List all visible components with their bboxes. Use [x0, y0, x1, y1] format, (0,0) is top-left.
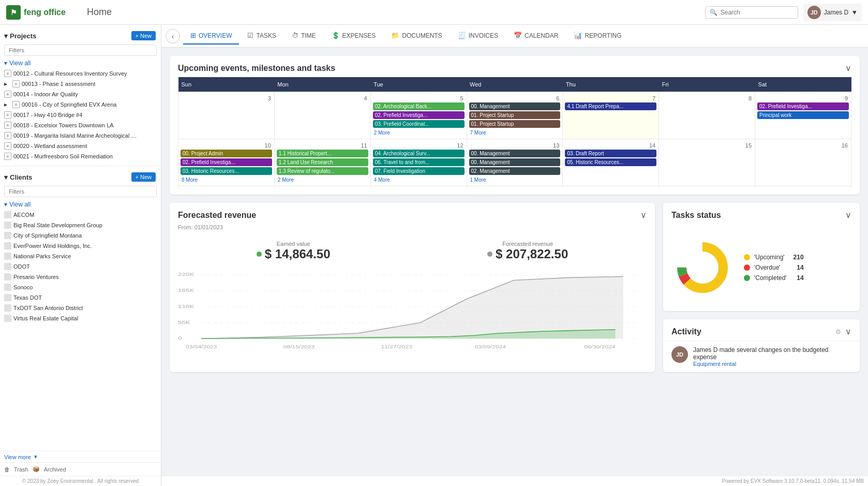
sidebar-item[interactable]: ▸ ≡ 00013 - Phase 1 assessment — [0, 79, 161, 89]
sidebar-item[interactable]: ≡ 00012 - Cultural Resources Inventory S… — [0, 68, 161, 79]
legend: 'Upcoming' 210 'Overdue' 14 — [744, 254, 804, 282]
archived-label[interactable]: Archived — [44, 466, 66, 473]
sidebar-item[interactable]: Sonoco — [0, 282, 161, 292]
tab-expenses[interactable]: 💲 EXPENSES — [324, 27, 383, 45]
calendar-event[interactable]: 05. Historic Resources... — [565, 158, 656, 166]
calendar-event[interactable]: 1.2 Land Use Research — [277, 158, 368, 166]
archived-icon: 📦 — [33, 466, 40, 473]
calendar-event[interactable]: 02. Prefield Investiga... — [373, 111, 465, 119]
calendar-cell: 14 03. Draft Report 05. Historic Resourc… — [563, 139, 659, 186]
calendar-more[interactable]: 2 More — [373, 129, 465, 137]
calendar-event[interactable]: 03. Historic Resources... — [181, 167, 272, 175]
sidebar-item[interactable]: Virtus Real Estate Capital — [0, 313, 161, 323]
calendar-event[interactable]: 01. Project Startup — [469, 111, 561, 119]
dropdown-icon: ▾ — [34, 453, 37, 460]
activity-text: James D made several changes on the budg… — [693, 346, 851, 361]
tab-overview[interactable]: ⊞ OVERVIEW — [183, 27, 239, 45]
sidebar-item[interactable]: City of Springfield Montana — [0, 230, 161, 241]
projects-collapse-icon: ▾ — [4, 32, 8, 40]
calendar-event[interactable]: 00. Project Admin — [181, 150, 272, 157]
sidebar-item[interactable]: ODOT — [0, 261, 161, 272]
topbar: ⚑ feng office Home 🔍 JD James D ▼ — [0, 0, 868, 25]
sidebar-item[interactable]: ≡ 00014 - Indoor Air Quality — [0, 89, 161, 99]
calendar-event[interactable]: 07. Field Investigation — [373, 167, 465, 175]
activity-collapse-icon[interactable]: ∨ — [845, 327, 851, 336]
overview-icon: ⊞ — [190, 32, 196, 39]
clients-filter[interactable] — [4, 186, 157, 197]
projects-title[interactable]: ▾ Projects — [4, 32, 36, 40]
calendar-event[interactable]: 04. Archeological Surv... — [373, 150, 465, 157]
tab-time[interactable]: ⏱ TIME — [285, 27, 323, 45]
search-input[interactable] — [721, 9, 788, 16]
calendar-collapse-icon[interactable]: ∨ — [845, 63, 851, 73]
projects-filter[interactable] — [4, 45, 157, 56]
sidebar-item[interactable]: Texas DOT — [0, 292, 161, 303]
sidebar-item[interactable]: ≡ 00018 - Excelsior Towers Downtown LA — [0, 120, 161, 130]
tab-invoices[interactable]: 🧾 INVOICES — [451, 27, 505, 45]
revenue-collapse-icon[interactable]: ∨ — [640, 210, 647, 220]
client-icon — [4, 222, 11, 229]
sidebar-item[interactable]: Presario Ventures — [0, 272, 161, 282]
sidebar-item[interactable]: ≡ 00019 - Margarita Island Marine Archeo… — [0, 130, 161, 141]
sidebar-item[interactable]: ▸ ≡ 00016 - City of Springfield EVX Aren… — [0, 99, 161, 110]
sidebar-item[interactable]: ≡ 00017 - Hwy 410 Bridge #4 — [0, 110, 161, 120]
calendar-header: Upcoming events, milestones and tasks ∨ — [170, 56, 860, 77]
projects-view-all[interactable]: ▾ View all — [0, 58, 161, 68]
svg-point-18 — [688, 253, 717, 282]
activity-settings-icon[interactable]: ⚙ — [835, 328, 841, 335]
view-more-button[interactable]: View more ▾ — [0, 451, 161, 462]
search-box[interactable]: 🔍 — [705, 6, 798, 19]
calendar-more[interactable]: 4 More — [373, 176, 465, 184]
day-header-fri: Fri — [659, 77, 755, 92]
trash-label[interactable]: Trash — [14, 466, 28, 473]
sidebar-bottom: View more ▾ 🗑 Trash 📦 Archived © 2023 by… — [0, 451, 161, 486]
sidebar-item[interactable]: EverPower Wind Holdings, Inc. — [0, 241, 161, 251]
calendar-event[interactable]: 02. Prefield Investiga... — [181, 158, 272, 166]
calendar-event[interactable]: 00. Management — [469, 150, 561, 157]
content-area: Upcoming events, milestones and tasks ∨ … — [161, 48, 868, 476]
activity-sub-link[interactable]: Equipment rental — [693, 361, 851, 367]
calendar-event[interactable]: 02. Archeological Back... — [373, 102, 465, 110]
calendar-event[interactable]: 1.1 Historical Propert... — [277, 150, 368, 157]
expand-icon: ▾ — [4, 201, 7, 208]
calendar-more[interactable]: 8 More — [181, 176, 272, 184]
project-icon: ≡ — [4, 153, 11, 160]
calendar-event[interactable]: 1.3 Review of regulato... — [277, 167, 368, 175]
calendar-event[interactable]: Principal work — [757, 111, 849, 119]
calendar-event[interactable]: 02. Management — [469, 167, 561, 175]
sidebar-item[interactable]: ≡ 00020 - Wetland assessment — [0, 141, 161, 151]
calendar-more[interactable]: 7 More — [469, 129, 561, 137]
revenue-stats: Earned value $ 14,864.50 Forecasted reve… — [170, 237, 655, 270]
calendar-event[interactable]: 4.1 Draft Report Prepa... — [565, 102, 656, 110]
tab-reporting[interactable]: 📊 REPORTING — [566, 27, 628, 45]
calendar-more[interactable]: 1 More — [469, 176, 561, 184]
clients-view-all[interactable]: ▾ View all — [0, 199, 161, 210]
calendar-event[interactable]: 06. Travel to and from... — [373, 158, 465, 166]
calendar-event[interactable]: 01. Project Startup — [469, 120, 561, 128]
projects-new-button[interactable]: + New — [131, 31, 156, 40]
tab-documents[interactable]: 📁 DOCUMENTS — [384, 27, 449, 45]
project-icon: ≡ — [4, 132, 11, 139]
revenue-widget: Forecasted revenue ∨ From: 01/01/2023 Ea… — [170, 203, 655, 372]
calendar-event[interactable]: 00. Management — [469, 102, 561, 110]
calendar-event[interactable]: 02. Prefield Investiga... — [757, 102, 849, 110]
client-icon — [4, 284, 11, 291]
sidebar-item[interactable]: TxDOT San Antonio District — [0, 303, 161, 313]
sidebar-collapse-button[interactable]: ‹ — [166, 29, 180, 43]
calendar-event[interactable]: 00. Management — [469, 158, 561, 166]
tab-tasks[interactable]: ☑ TASKS — [240, 27, 283, 45]
sidebar-item[interactable]: ≡ 00021 - Murfreesboro Soil Remediation — [0, 151, 161, 161]
sidebar-item[interactable]: National Parks Service — [0, 251, 161, 261]
calendar-event[interactable]: 03. Prefield Coordinat... — [373, 120, 465, 128]
forecast-dot — [487, 252, 492, 257]
clients-new-button[interactable]: + New — [131, 172, 156, 182]
tasks-collapse-icon[interactable]: ∨ — [845, 210, 851, 220]
calendar-more[interactable]: 2 More — [277, 176, 368, 184]
user-badge[interactable]: JD James D ▼ — [803, 4, 862, 21]
sidebar-item[interactable]: Big Real State Development Group — [0, 220, 161, 230]
tab-calendar[interactable]: 📅 CALENDAR — [506, 27, 565, 45]
logo[interactable]: ⚑ feng office — [6, 5, 79, 20]
sidebar-item[interactable]: AECOM — [0, 210, 161, 220]
clients-title[interactable]: ▾ Clients — [4, 173, 32, 181]
calendar-event[interactable]: 03. Draft Report — [565, 150, 656, 157]
